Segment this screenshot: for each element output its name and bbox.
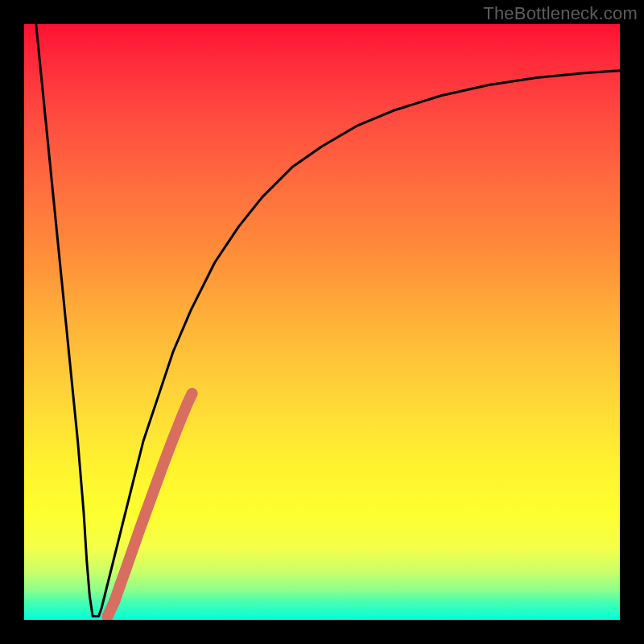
chart-frame: TheBottleneck.com — [0, 0, 644, 644]
curve-layer — [24, 24, 620, 620]
plot-area — [24, 24, 620, 620]
marker-dot — [109, 595, 120, 606]
watermark-text: TheBottleneck.com — [483, 3, 638, 24]
bottleneck-curve — [36, 24, 620, 617]
marker-dot — [114, 580, 126, 591]
